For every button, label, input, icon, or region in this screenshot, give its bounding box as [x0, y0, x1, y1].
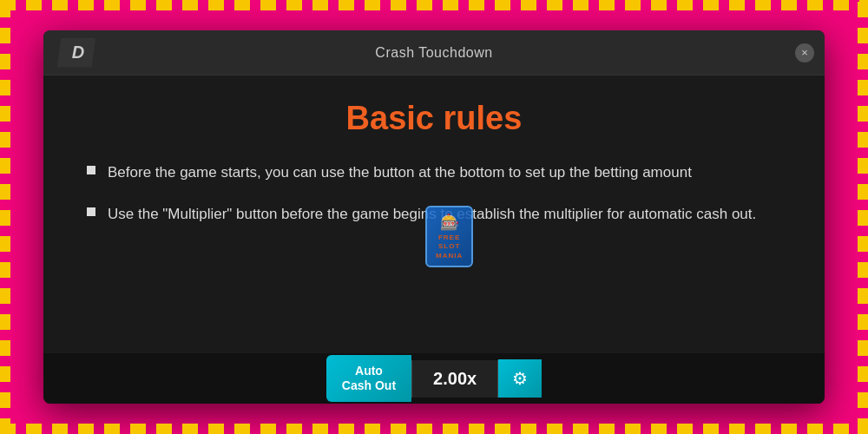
rule-text-1: Before the game starts, you can use the …	[108, 161, 692, 184]
modal-container: D Crash Touchdown × Basic rules Before t…	[43, 30, 825, 404]
bullet-icon-1	[87, 166, 95, 174]
slot-icon: 🎰	[440, 213, 459, 232]
logo-shape: D	[57, 38, 95, 68]
auto-cashout-widget: Auto Cash Out 2.00x ⚙	[326, 355, 542, 402]
bullet-icon-2	[87, 207, 95, 216]
close-button[interactable]: ×	[795, 43, 814, 62]
watermark-badge: 🎰 FREESLOTMANIA	[425, 206, 473, 267]
rules-title: Basic rules	[87, 100, 781, 137]
auto-cashout-button[interactable]: Auto Cash Out	[326, 355, 411, 402]
logo-letter: D	[72, 43, 84, 62]
watermark-area: 🎰 FREESLOTMANIA	[425, 204, 473, 267]
multiplier-display: 2.00x	[411, 360, 498, 398]
gear-button[interactable]: ⚙	[498, 359, 542, 398]
rule-item-1: Before the game starts, you can use the …	[87, 161, 781, 184]
bottom-bar: Auto Cash Out 2.00x ⚙	[43, 353, 825, 404]
logo-area: D	[57, 38, 95, 68]
gear-icon: ⚙	[512, 368, 528, 389]
modal-header: D Crash Touchdown ×	[43, 30, 825, 76]
watermark-text: FREESLOTMANIA	[436, 233, 463, 260]
header-title: Crash Touchdown	[375, 45, 492, 61]
